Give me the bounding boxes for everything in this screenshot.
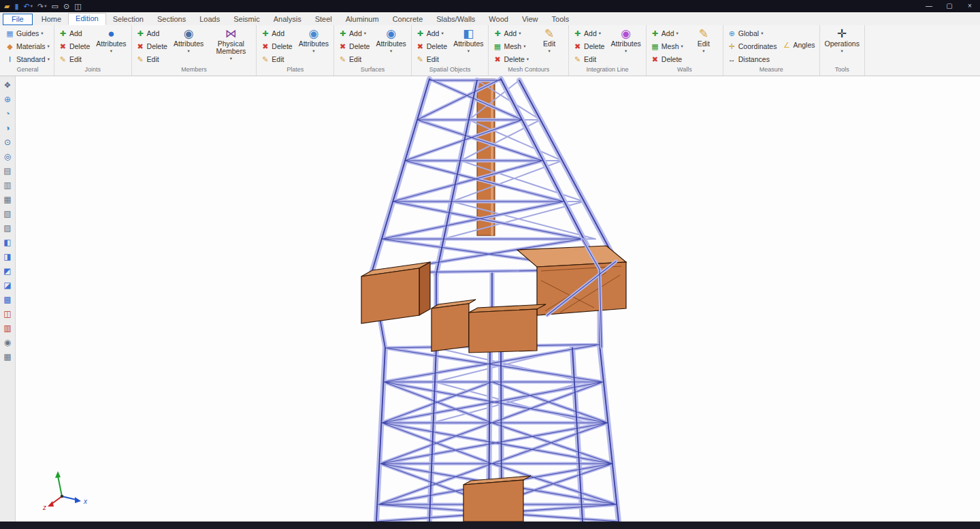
save-button[interactable]: ▮ <box>14 0 18 12</box>
zoom-extents-icon[interactable]: ◎ <box>1 150 14 163</box>
workplane-3-icon[interactable]: ◩ <box>1 264 14 277</box>
display-button[interactable]: ▭ <box>52 0 59 12</box>
add-button[interactable]: ✚Add▾ <box>414 27 449 39</box>
capture-button[interactable]: ◫ <box>74 0 81 12</box>
button-label: Add <box>504 29 517 37</box>
grid-display-icon[interactable]: ▦ <box>1 350 14 363</box>
delete-button[interactable]: ✖Delete▾ <box>491 53 531 65</box>
delete-button[interactable]: ✖Delete <box>336 40 372 52</box>
add-button[interactable]: ✚Add▾ <box>571 27 606 39</box>
tab-concrete[interactable]: Concrete <box>386 14 430 25</box>
edit-button[interactable]: ✎Edit <box>134 53 169 65</box>
edit-integration-line-icon: ✎ <box>573 55 582 63</box>
cut-plane-icon[interactable]: ▥ <box>1 321 14 334</box>
tab-analysis[interactable]: Analysis <box>267 14 308 25</box>
sheet-view-5-icon[interactable]: ▨ <box>1 221 14 234</box>
render-mode-icon[interactable]: ▩ <box>1 293 14 306</box>
workplane-2-icon[interactable]: ◨ <box>1 250 14 263</box>
physical-members-button[interactable]: ⋈Physical Members▾ <box>208 26 254 61</box>
zoom-select-icon[interactable]: ⊙ <box>1 135 14 148</box>
global-button[interactable]: ⊕Global▾ <box>725 27 779 39</box>
edit-button[interactable]: ✎Edit▾ <box>687 26 721 54</box>
close-button[interactable]: × <box>960 0 980 12</box>
tab-wood[interactable]: Wood <box>482 14 515 25</box>
ribbon-group-surfaces: ✚Add▾✖Delete✎Edit◉Attributes▾Surfaces <box>334 25 412 76</box>
tab-loads[interactable]: Loads <box>193 14 227 25</box>
materials-button[interactable]: ◆Materials▾ <box>3 40 52 52</box>
attributes-button[interactable]: ◉Attributes▾ <box>296 26 331 54</box>
button-label: Delete <box>349 42 370 50</box>
tab-file[interactable]: File <box>3 14 33 25</box>
minimize-button[interactable]: — <box>919 0 939 12</box>
add-button[interactable]: ✚Add▾ <box>649 27 685 39</box>
orbit-view-icon[interactable]: ⊕ <box>1 93 14 106</box>
model-viewport[interactable]: x z <box>16 76 980 522</box>
sheet-view-3-icon[interactable]: ▦ <box>1 193 14 206</box>
tab-slabs-walls[interactable]: Slabs/Walls <box>429 14 482 25</box>
mesh-button[interactable]: ▦Mesh▾ <box>491 40 531 52</box>
add-button[interactable]: ✚Add <box>134 27 169 39</box>
edit-button[interactable]: ✎Edit <box>336 53 372 65</box>
tab-selection[interactable]: Selection <box>106 14 150 25</box>
open-folder-icon: ▰ <box>4 0 10 12</box>
pan-hand-icon[interactable]: ❖ <box>1 78 14 91</box>
tab-steel[interactable]: Steel <box>308 14 339 25</box>
tab-edition[interactable]: Edition <box>68 13 106 25</box>
add-button[interactable]: ✚Add▾ <box>336 27 372 39</box>
redo-button[interactable]: ↷▾ <box>37 0 46 12</box>
angles-button[interactable]: ∠Angles <box>780 39 817 51</box>
delete-surface-icon: ✖ <box>338 42 347 50</box>
attributes-button[interactable]: ◉Attributes▾ <box>373 26 408 54</box>
tab-sections[interactable]: Sections <box>150 14 193 25</box>
model-canvas[interactable]: x z <box>16 76 980 522</box>
delete-button[interactable]: ✖Delete <box>414 40 449 52</box>
search-button[interactable]: ⊙ <box>63 0 69 12</box>
shaded-sphere-icon[interactable]: ◔ <box>1 107 14 120</box>
add-integration-line-icon: ✚ <box>573 29 582 37</box>
delete-button[interactable]: ✖Delete <box>134 40 169 52</box>
attributes-button[interactable]: ●Attributes▾ <box>93 26 129 54</box>
edit-button[interactable]: ✎Edit <box>56 53 92 65</box>
distances-button[interactable]: ↔Distances <box>725 53 779 65</box>
guides-button[interactable]: ▦Guides▾ <box>3 27 52 39</box>
edit-button[interactable]: ✎Edit <box>414 53 449 65</box>
workplane-1-icon[interactable]: ◧ <box>1 236 14 249</box>
delete-button[interactable]: ✖Delete <box>56 40 92 52</box>
tab-tools[interactable]: Tools <box>545 14 576 25</box>
tab-seismic[interactable]: Seismic <box>227 14 267 25</box>
edit-button[interactable]: ✎Edit <box>571 53 606 65</box>
tab-home[interactable]: Home <box>35 14 68 25</box>
button-label: Physical Members <box>210 40 251 55</box>
workplane-4-icon[interactable]: ◪ <box>1 278 14 291</box>
sheet-view-4-icon[interactable]: ▧ <box>1 207 14 220</box>
undo-button[interactable]: ↶▾ <box>24 0 33 12</box>
edit-button[interactable]: ✎Edit <box>259 53 294 65</box>
camera-view-icon[interactable]: ◉ <box>1 336 14 349</box>
attributes-button[interactable]: ◉Attributes▾ <box>171 26 206 54</box>
edit-button[interactable]: ✎Edit▾ <box>532 26 566 54</box>
button-label: Add <box>427 29 440 37</box>
sheet-view-2-icon[interactable]: ▥ <box>1 178 14 191</box>
restore-button[interactable]: ▢ <box>939 0 960 12</box>
mesh-button[interactable]: ▦Mesh▾ <box>649 40 685 52</box>
standard-button[interactable]: IStandard▾ <box>3 53 52 65</box>
delete-button[interactable]: ✖Delete <box>571 40 606 52</box>
coordinates-button[interactable]: ✛Coordinates <box>725 40 779 52</box>
section-view-icon[interactable]: ◫ <box>1 307 14 320</box>
delete-button[interactable]: ✖Delete <box>649 53 685 65</box>
sheet-view-1-icon[interactable]: ▤ <box>1 164 14 177</box>
mesh-icon: ▦ <box>493 42 502 50</box>
add-button[interactable]: ✚Add <box>259 27 294 39</box>
dropdown-caret-icon: ▾ <box>44 0 46 12</box>
main-area: ❖⊕◔◑⊙◎▤▥▦▧▨◧◨◩◪▩◫▥◉▦ <box>0 76 980 522</box>
attributes-button[interactable]: ◧Attributes▾ <box>451 26 486 54</box>
tab-aluminum[interactable]: Aluminum <box>339 14 386 25</box>
tab-view[interactable]: View <box>515 14 545 25</box>
add-button[interactable]: ✚Add <box>56 27 92 39</box>
operations-button[interactable]: ✛Operations▾ <box>822 26 862 54</box>
delete-button[interactable]: ✖Delete <box>259 40 294 52</box>
add-button[interactable]: ✚Add▾ <box>491 27 531 39</box>
open-folder-button[interactable]: ▰ <box>4 0 10 12</box>
rotate-view-icon[interactable]: ◑ <box>1 121 14 134</box>
attributes-button[interactable]: ◉Attributes▾ <box>608 26 643 54</box>
